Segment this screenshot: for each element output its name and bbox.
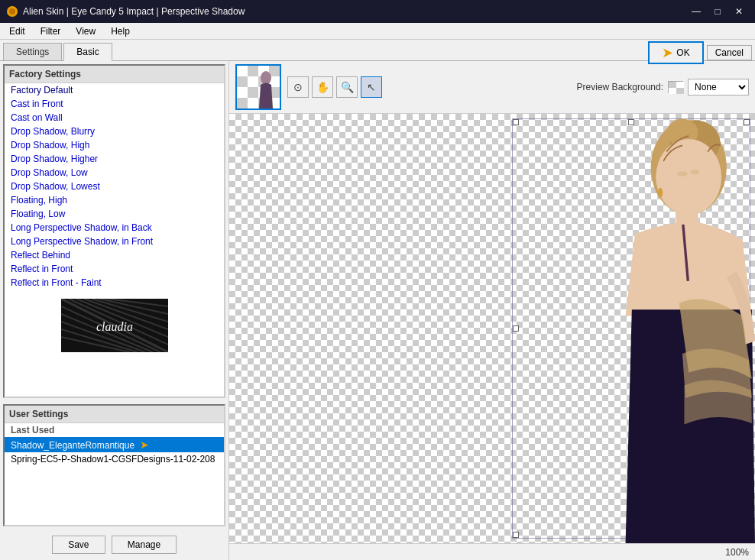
menu-edit[interactable]: Edit [3,24,31,38]
main-layout: Factory Settings Factory Default Cast in… [0,61,755,560]
left-panel: Factory Settings Factory Default Cast in… [0,61,229,560]
user-arrow-icon: ➤ [140,439,149,451]
svg-point-46 [691,170,700,175]
tab-bar: Settings Basic ➤ OK Cancel [0,40,755,61]
svg-rect-17 [237,66,248,76]
app-icon [6,5,18,18]
tab-basic[interactable]: Basic [63,43,112,61]
svg-point-41 [656,139,721,215]
user-setting-item-1[interactable]: Spring-EC5-P-Shadow1-CGSFDesigns-11-02-2… [5,452,224,466]
list-item[interactable]: Drop Shadow, Higher [5,152,224,166]
list-item[interactable]: Factory Default [5,83,224,97]
factory-settings-list: Factory Settings Factory Default Cast in… [3,64,225,398]
list-item[interactable]: Reflect in Front - Faint [5,276,224,290]
user-settings-header: User Settings [5,406,224,423]
svg-rect-37 [676,88,684,94]
list-item[interactable]: Floating, Low [5,207,224,221]
svg-rect-35 [676,82,684,88]
tab-settings[interactable]: Settings [3,43,62,60]
list-item[interactable]: Drop Shadow, High [5,138,224,152]
bottom-buttons: Save Manage [0,529,228,560]
svg-point-44 [658,188,663,198]
zoom-in-icon[interactable]: 🔍 [336,76,358,98]
menu-bar: Edit Filter View Help [0,23,755,40]
status-bar: 100% [229,543,755,560]
manage-button[interactable]: Manage [112,536,177,554]
preview-image-area [480,114,755,543]
svg-point-33 [261,71,271,85]
svg-rect-26 [248,87,258,98]
list-item[interactable]: Reflect Behind [5,248,224,262]
list-item[interactable]: Cast on Wall [5,111,224,125]
top-actions: ➤ OK Cancel [648,41,752,64]
cancel-button[interactable]: Cancel [707,45,752,60]
user-setting-item-0[interactable]: Shadow_EleganteRomantique ➤ [5,437,224,452]
thumbnail-row: ⊙ ✋ 🔍 ↖ Preview Background: None [229,61,755,114]
ok-label: OK [676,47,689,58]
claudia-thumbnail: claudia [61,299,168,352]
ok-arrow-icon: ➤ [662,44,673,61]
menu-view[interactable]: View [70,24,102,38]
window-controls[interactable]: — □ ✕ [686,4,749,19]
close-button[interactable]: ✕ [729,4,749,19]
image-thumbnail[interactable] [235,64,281,110]
svg-rect-18 [248,66,258,76]
title-bar: Alien Skin | Eye Candy 5 Impact | Perspe… [0,0,755,23]
list-item[interactable]: Drop Shadow, Low [5,166,224,180]
list-item[interactable]: Reflect in Front [5,262,224,276]
claudia-thumbnail-wrapper: claudia [8,296,221,355]
claudia-logo-svg: claudia [61,299,168,352]
svg-rect-21 [237,76,248,87]
svg-rect-29 [237,98,248,108]
right-panel: ⊙ ✋ 🔍 ↖ Preview Background: None [229,61,755,560]
save-button[interactable]: Save [52,536,105,554]
factory-settings-header: Factory Settings [5,66,224,83]
list-item[interactable]: Drop Shadow, Blurry [5,125,224,138]
woman-figure-svg [480,114,755,543]
svg-text:claudia: claudia [96,320,133,333]
preview-bg-swatch [668,81,683,93]
svg-point-1 [9,8,15,15]
svg-rect-22 [248,76,258,87]
preview-bg-label: Preview Background: [577,82,663,92]
svg-rect-36 [669,88,676,94]
preview-background-selector: Preview Background: None White Black Cus… [577,79,749,95]
list-item[interactable]: Long Perspective Shadow, in Back [5,221,224,235]
svg-rect-25 [237,87,248,98]
preview-bg-select[interactable]: None White Black Custom [688,79,749,95]
preview-canvas[interactable] [229,114,755,543]
zoom-level: 100% [725,547,749,558]
swatch-checkerboard [669,82,684,94]
list-item[interactable]: Drop Shadow, Lowest [5,180,224,193]
last-used-label: Last Used [5,423,224,437]
svg-rect-30 [248,98,258,108]
pan-icon[interactable]: ✋ [312,76,333,98]
thumbnail-svg [237,66,280,108]
ok-button[interactable]: ➤ OK [648,41,703,64]
window-title: Alien Skin | Eye Candy 5 Impact | Perspe… [23,6,245,17]
list-item[interactable]: Cast in Front [5,97,224,111]
zoom-actual-icon[interactable]: ⊙ [287,76,309,98]
svg-point-45 [677,171,687,176]
list-item[interactable]: Long Perspective Shadow, in Front [5,235,224,248]
menu-filter[interactable]: Filter [34,24,67,38]
menu-help[interactable]: Help [105,24,136,38]
factory-settings-scroll[interactable]: Factory Default Cast in Front Cast on Wa… [5,83,224,397]
title-bar-left: Alien Skin | Eye Candy 5 Impact | Perspe… [6,5,245,18]
svg-rect-34 [669,82,676,88]
minimize-button[interactable]: — [686,4,706,19]
user-settings-section: User Settings Last Used Shadow_EleganteR… [3,404,225,526]
toolbar-icons: ⊙ ✋ 🔍 ↖ [287,76,382,98]
list-item[interactable]: Floating, High [5,193,224,207]
select-icon[interactable]: ↖ [361,76,382,98]
maximize-button[interactable]: □ [708,4,727,19]
